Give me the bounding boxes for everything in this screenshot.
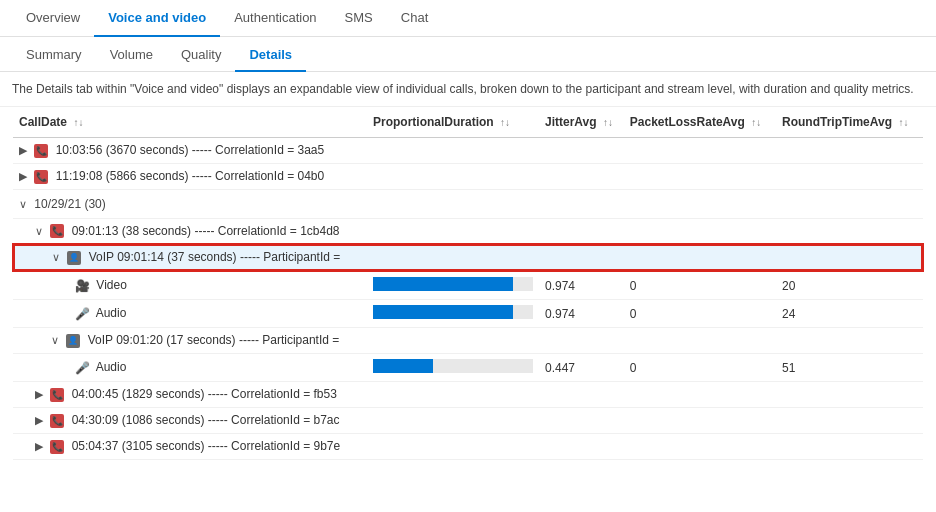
expand-icon[interactable]: ▶ [35, 388, 43, 400]
subtab-quality[interactable]: Quality [167, 39, 235, 72]
expand-icon[interactable]: ▶ [35, 414, 43, 426]
jitter-cell: 0.447 [539, 354, 624, 382]
stream-text: Video [96, 278, 126, 292]
col-proportional-duration[interactable]: ProportionalDuration ↑↓ [367, 107, 539, 138]
expand-icon[interactable]: ∨ [35, 225, 43, 237]
tab-chat[interactable]: Chat [387, 0, 442, 37]
subtab-details[interactable]: Details [235, 39, 306, 72]
voip-text: VoIP 09:01:14 (37 seconds) ----- Partici… [89, 250, 341, 264]
expand-icon[interactable]: ∨ [19, 198, 27, 210]
bar-cell [367, 354, 539, 382]
expand-icon[interactable]: ∨ [51, 334, 59, 346]
packet-cell [624, 433, 776, 459]
bar-cell [367, 433, 539, 459]
stream-text: Audio [96, 360, 127, 374]
bar-cell [367, 163, 539, 189]
bar-cell [367, 407, 539, 433]
voip-icon: 👤 [67, 251, 81, 265]
jitter-cell [539, 138, 624, 164]
rtt-cell [776, 244, 923, 271]
progress-bar-fill [373, 277, 513, 291]
subtab-volume[interactable]: Volume [96, 39, 167, 72]
progress-bar [373, 305, 533, 319]
rtt-cell: 51 [776, 354, 923, 382]
stream-text: Audio [96, 306, 127, 320]
table-row: ∨ 👤 VoIP 09:01:14 (37 seconds) ----- Par… [13, 244, 923, 271]
jitter-cell: 0.974 [539, 271, 624, 300]
progress-bar [373, 359, 533, 373]
call-icon: 📞 [50, 414, 64, 428]
rtt-cell [776, 407, 923, 433]
call-text: 05:04:37 (3105 seconds) ----- Correlatio… [72, 439, 340, 453]
bar-cell [367, 138, 539, 164]
rtt-cell [776, 163, 923, 189]
bar-cell [367, 218, 539, 244]
call-icon: 📞 [50, 440, 64, 454]
table-row: ▶ 📞 11:19:08 (5866 seconds) ----- Correl… [13, 163, 923, 189]
jitter-cell: 0.974 [539, 300, 624, 328]
sort-packet-icon: ↑↓ [751, 117, 761, 128]
expand-icon[interactable]: ▶ [19, 144, 27, 156]
group-text: 10/29/21 (30) [34, 197, 105, 211]
call-icon: 📞 [34, 144, 48, 158]
voip-cell: ∨ 👤 VoIP 09:01:20 (17 seconds) ----- Par… [13, 328, 367, 354]
packet-cell [624, 328, 776, 354]
details-table-container: CallDate ↑↓ ProportionalDuration ↑↓ Jitt… [0, 107, 936, 460]
expand-icon[interactable]: ∨ [52, 251, 60, 263]
call-date-cell: ▶ 📞 04:30:09 (1086 seconds) ----- Correl… [13, 407, 367, 433]
bar-cell [367, 300, 539, 328]
tab-sms[interactable]: SMS [331, 0, 387, 37]
table-row: 🎤 Audio 0.447 0 51 [13, 354, 923, 382]
call-text: 10:03:56 (3670 seconds) ----- Correlatio… [56, 143, 324, 157]
col-calldate[interactable]: CallDate ↑↓ [13, 107, 367, 138]
jitter-cell [539, 433, 624, 459]
page-description: The Details tab within "Voice and video"… [0, 72, 936, 107]
col-packet-loss[interactable]: PacketLossRateAvg ↑↓ [624, 107, 776, 138]
call-text: 11:19:08 (5866 seconds) ----- Correlatio… [56, 169, 324, 183]
rtt-cell [776, 218, 923, 244]
call-text: 04:30:09 (1086 seconds) ----- Correlatio… [72, 413, 340, 427]
tab-voice-video[interactable]: Voice and video [94, 0, 220, 37]
bar-cell [367, 328, 539, 354]
audio-icon: 🎤 [75, 307, 89, 321]
call-date-cell: ▶ 📞 04:00:45 (1829 seconds) ----- Correl… [13, 382, 367, 408]
expand-icon[interactable]: ▶ [19, 170, 27, 182]
packet-cell: 0 [624, 354, 776, 382]
subtab-summary[interactable]: Summary [12, 39, 96, 72]
tab-authentication[interactable]: Authentication [220, 0, 330, 37]
packet-cell: 0 [624, 300, 776, 328]
packet-cell: 0 [624, 271, 776, 300]
table-row: ∨ 📞 09:01:13 (38 seconds) ----- Correlat… [13, 218, 923, 244]
call-text: 09:01:13 (38 seconds) ----- CorrelationI… [72, 224, 340, 238]
rtt-cell [776, 433, 923, 459]
col-rtt[interactable]: RoundTripTimeAvg ↑↓ [776, 107, 923, 138]
rtt-cell [776, 138, 923, 164]
sort-calldate-icon: ↑↓ [73, 117, 83, 128]
table-row: 🎥 Video 0.974 0 20 [13, 271, 923, 300]
video-icon: 🎥 [75, 279, 89, 293]
top-navigation: Overview Voice and video Authentication … [0, 0, 936, 37]
packet-cell [624, 163, 776, 189]
jitter-cell [539, 328, 624, 354]
stream-cell: 🎤 Audio [13, 354, 367, 382]
progress-bar [373, 277, 533, 291]
group-header-row: ∨ 10/29/21 (30) [13, 189, 923, 218]
call-icon: 📞 [50, 388, 64, 402]
jitter-cell [539, 244, 624, 271]
packet-cell [624, 138, 776, 164]
col-jitter-avg[interactable]: JitterAvg ↑↓ [539, 107, 624, 138]
tab-overview[interactable]: Overview [12, 0, 94, 37]
progress-bar-fill [373, 359, 433, 373]
details-table: CallDate ↑↓ ProportionalDuration ↑↓ Jitt… [12, 107, 924, 460]
table-row: ∨ 👤 VoIP 09:01:20 (17 seconds) ----- Par… [13, 328, 923, 354]
jitter-cell [539, 407, 624, 433]
call-date-cell: ∨ 📞 09:01:13 (38 seconds) ----- Correlat… [13, 218, 367, 244]
sub-navigation: Summary Volume Quality Details [0, 39, 936, 72]
expand-icon[interactable]: ▶ [35, 440, 43, 452]
call-date-cell: ▶ 📞 11:19:08 (5866 seconds) ----- Correl… [13, 163, 367, 189]
jitter-cell [539, 163, 624, 189]
sort-jitter-icon: ↑↓ [603, 117, 613, 128]
packet-cell [624, 407, 776, 433]
sort-propduration-icon: ↑↓ [500, 117, 510, 128]
sort-rtt-icon: ↑↓ [898, 117, 908, 128]
